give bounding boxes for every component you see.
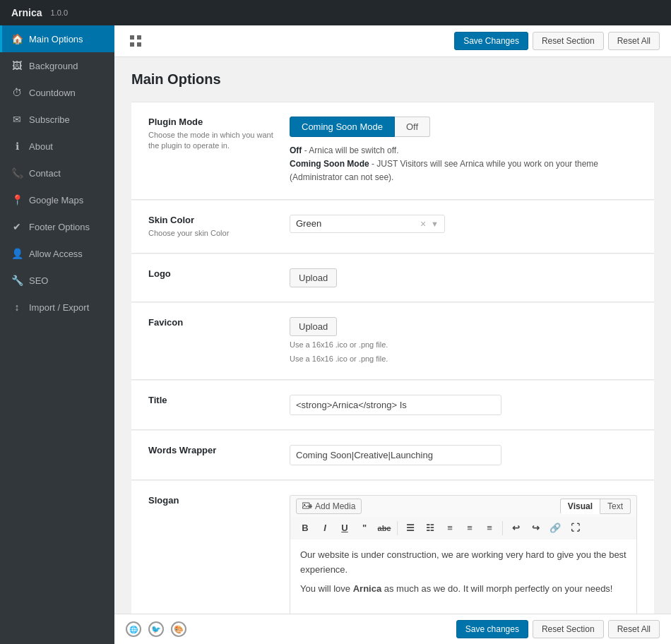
bottom-reset-section-button[interactable]: Reset Section bbox=[533, 620, 604, 638]
svg-rect-0 bbox=[130, 35, 134, 40]
unordered-list-btn[interactable]: ☰ bbox=[401, 520, 420, 537]
sidebar-icon-background: 🖼 bbox=[11, 59, 23, 72]
top-save-button[interactable]: Save Changes bbox=[454, 32, 528, 50]
main-content: Save Changes Reset Section Reset All Mai… bbox=[114, 25, 671, 644]
sidebar-label-background: Background bbox=[29, 61, 78, 71]
logo-row: Logo Upload bbox=[131, 254, 654, 302]
footer-bar: 🌐 🐦 🎨 Save changes Reset Section Reset A… bbox=[114, 614, 671, 644]
align-center-btn[interactable]: ≡ bbox=[461, 520, 479, 537]
top-reset-section-button[interactable]: Reset Section bbox=[533, 32, 604, 50]
editor-toolbar-top: Add Media Visual Text bbox=[290, 495, 637, 517]
svg-rect-1 bbox=[137, 35, 141, 40]
plugin-mode-label: Plugin Mode bbox=[148, 117, 275, 127]
sidebar-label-subscribe: Subscribe bbox=[29, 114, 70, 125]
footer-twitter-icon[interactable]: 🐦 bbox=[148, 621, 164, 637]
fullscreen-btn[interactable]: ⛶ bbox=[566, 520, 584, 537]
sidebar-icon-contact: 📞 bbox=[11, 167, 23, 179]
select-clear-icon[interactable]: × bbox=[420, 218, 426, 229]
favicon-upload-button[interactable]: Upload bbox=[290, 317, 337, 336]
words-wrapper-label: Words Wrapper bbox=[148, 445, 275, 455]
footer-globe-icon[interactable]: 🌐 bbox=[126, 621, 141, 637]
skin-color-value: Green bbox=[296, 218, 321, 229]
undo-btn[interactable]: ↩ bbox=[506, 520, 525, 537]
sidebar-label-main-options: Main Options bbox=[29, 34, 83, 44]
editor-view-tabs: Visual Text bbox=[560, 499, 631, 514]
favicon-note1: Use a 16x16 .ico or .png file. bbox=[290, 339, 637, 351]
sidebar-icon-footer-options: ✔ bbox=[11, 220, 23, 233]
page-body: Main Options Plugin Mode Choose the mode… bbox=[114, 57, 671, 614]
sidebar-label-seo: SEO bbox=[29, 275, 48, 286]
top-toolbar: Save Changes Reset Section Reset All bbox=[114, 25, 671, 57]
coming-soon-mode-btn[interactable]: Coming Soon Mode bbox=[290, 117, 395, 137]
bold-btn[interactable]: B bbox=[296, 520, 314, 537]
top-reset-all-button[interactable]: Reset All bbox=[608, 32, 660, 50]
page-title: Main Options bbox=[131, 71, 654, 88]
redo-btn[interactable]: ↪ bbox=[526, 520, 545, 537]
bottom-reset-all-button[interactable]: Reset All bbox=[608, 620, 660, 638]
sidebar-icon-seo: 🔧 bbox=[11, 274, 23, 287]
sidebar-icon-google-maps: 📍 bbox=[11, 193, 23, 206]
sidebar-icon-import-export: ↕ bbox=[11, 301, 23, 314]
footer-icons: 🌐 🐦 🎨 bbox=[126, 621, 186, 637]
sidebar-icon-about: ℹ bbox=[11, 140, 23, 153]
sidebar-icon-subscribe: ✉ bbox=[11, 113, 23, 126]
align-left-btn[interactable]: ≡ bbox=[441, 520, 459, 537]
title-input[interactable] bbox=[290, 395, 501, 415]
skin-color-desc: Choose your skin Color bbox=[148, 228, 275, 239]
sidebar-item-about[interactable]: ℹ About bbox=[0, 133, 114, 160]
sidebar-item-seo[interactable]: 🔧 SEO bbox=[0, 267, 114, 294]
slogan-line1: Our website is under construction, we ar… bbox=[300, 548, 627, 578]
sidebar-item-main-options[interactable]: 🏠 Main Options bbox=[0, 25, 114, 52]
title-row: Title bbox=[131, 381, 654, 430]
sidebar: 🏠 Main Options 🖼 Background ⏱ Countdown … bbox=[0, 25, 114, 644]
add-media-button[interactable]: Add Media bbox=[296, 499, 362, 514]
align-right-btn[interactable]: ≡ bbox=[480, 520, 499, 537]
ordered-list-btn[interactable]: ☷ bbox=[421, 520, 439, 537]
sidebar-icon-allow-access: 👤 bbox=[11, 247, 23, 260]
words-wrapper-input[interactable] bbox=[290, 445, 501, 465]
logo-upload-button[interactable]: Upload bbox=[290, 268, 337, 287]
top-bar: Arnica 1.0.0 bbox=[0, 0, 671, 25]
bottom-save-button[interactable]: Save changes bbox=[456, 620, 528, 638]
select-arrow-icon[interactable]: ▼ bbox=[431, 220, 439, 228]
grid-icon[interactable] bbox=[126, 31, 146, 51]
add-media-icon bbox=[302, 501, 312, 511]
sidebar-item-contact[interactable]: 📞 Contact bbox=[0, 160, 114, 186]
sidebar-label-allow-access: Allow Access bbox=[29, 249, 83, 259]
app-version: 1.0.0 bbox=[51, 8, 68, 17]
sidebar-item-allow-access[interactable]: 👤 Allow Access bbox=[0, 240, 114, 267]
sidebar-label-countdown: Countdown bbox=[29, 88, 76, 98]
favicon-note2: Use a 16x16 .ico or .png file. bbox=[290, 353, 637, 365]
svg-rect-2 bbox=[130, 42, 134, 47]
footer-dribbble-icon[interactable]: 🎨 bbox=[171, 621, 186, 637]
app-name: Arnica bbox=[11, 7, 42, 18]
off-mode-btn[interactable]: Off bbox=[395, 117, 430, 137]
slogan-label: Slogan bbox=[148, 495, 275, 506]
favicon-label: Favicon bbox=[148, 317, 275, 328]
visual-tab[interactable]: Visual bbox=[560, 499, 600, 514]
svg-rect-3 bbox=[137, 42, 141, 47]
editor-content[interactable]: Our website is under construction, we ar… bbox=[290, 539, 637, 614]
sidebar-item-subscribe[interactable]: ✉ Subscribe bbox=[0, 106, 114, 133]
link-btn[interactable]: 🔗 bbox=[546, 520, 564, 537]
logo-label: Logo bbox=[148, 268, 275, 279]
sidebar-item-countdown[interactable]: ⏱ Countdown bbox=[0, 79, 114, 106]
fmt-sep1 bbox=[397, 521, 398, 535]
slogan-row: Slogan Add Media bbox=[131, 481, 654, 614]
blockquote-btn[interactable]: " bbox=[355, 520, 374, 537]
skin-color-select[interactable]: Green × ▼ bbox=[290, 215, 445, 233]
sidebar-item-footer-options[interactable]: ✔ Footer Options bbox=[0, 213, 114, 240]
plugin-mode-desc: Choose the mode in which you want the pl… bbox=[148, 130, 275, 152]
sidebar-icon-main-options: 🏠 bbox=[11, 32, 23, 45]
favicon-row: Favicon Upload Use a 16x16 .ico or .png … bbox=[131, 303, 654, 380]
skin-color-label: Skin Color bbox=[148, 215, 275, 225]
text-tab[interactable]: Text bbox=[600, 499, 631, 514]
slogan-line2: You will love Arnica as much as we do. I… bbox=[300, 582, 627, 597]
sidebar-item-google-maps[interactable]: 📍 Google Maps bbox=[0, 186, 114, 213]
italic-btn[interactable]: I bbox=[316, 520, 334, 537]
sidebar-item-import-export[interactable]: ↕ Import / Export bbox=[0, 294, 114, 321]
sidebar-item-background[interactable]: 🖼 Background bbox=[0, 52, 114, 79]
underline-btn[interactable]: U bbox=[336, 520, 354, 537]
strikethrough-btn[interactable]: abc bbox=[375, 520, 393, 537]
sidebar-label-about: About bbox=[29, 141, 53, 152]
